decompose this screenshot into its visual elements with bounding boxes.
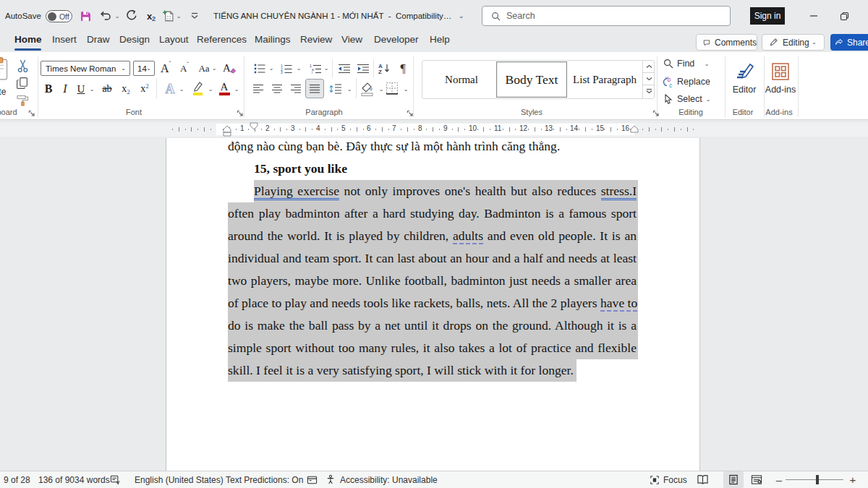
svg-text:c: c (669, 82, 673, 88)
svg-text:3: 3 (281, 70, 283, 74)
svg-text:Z: Z (378, 69, 382, 74)
svg-text:i: i (312, 70, 312, 74)
